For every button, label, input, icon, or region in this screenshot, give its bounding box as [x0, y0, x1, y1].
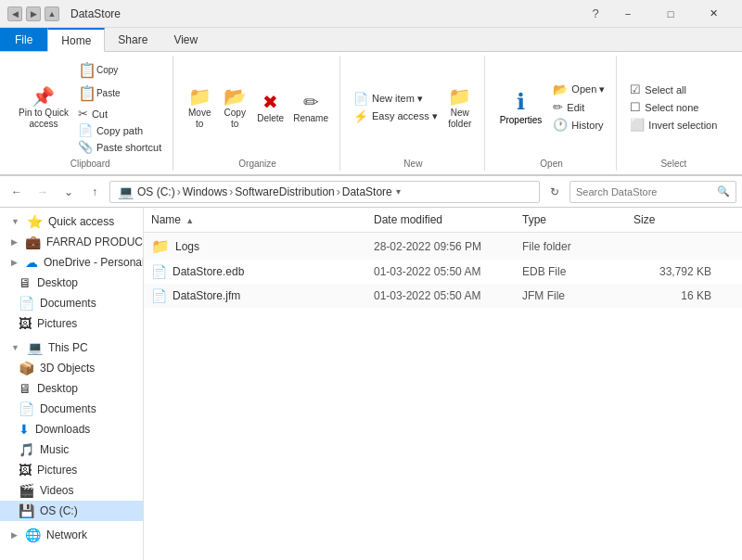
move-to-button[interactable]: 📁 Moveto — [183, 83, 216, 132]
back-button[interactable]: ← — [6, 181, 28, 203]
new-folder-button[interactable]: 📁 Newfolder — [443, 83, 477, 132]
window-controls: − □ ✕ — [607, 0, 735, 28]
tab-home[interactable]: Home — [47, 28, 105, 52]
invert-selection-button[interactable]: ⬜ Invert selection — [626, 117, 721, 133]
desktop-cloud-label: Desktop — [37, 276, 78, 289]
pin-to-quick-access-button[interactable]: 📌 Pin to Quickaccess — [15, 83, 72, 132]
properties-button[interactable]: ℹ Properties — [494, 85, 548, 129]
invert-icon: ⬜ — [630, 118, 645, 132]
sidebar-item-downloads[interactable]: ⬇ Downloads — [0, 419, 143, 439]
select-all-label: Select all — [645, 84, 686, 95]
sidebar-item-desktop-cloud[interactable]: 🖥 Desktop — [0, 273, 143, 293]
table-row[interactable]: 📄 DataStore.edb 01-03-2022 05:50 AM EDB … — [144, 260, 742, 284]
table-row[interactable]: 📄 DataStore.jfm 01-03-2022 05:50 AM JFM … — [144, 284, 742, 308]
help-button[interactable]: ? — [584, 3, 607, 25]
history-label: History — [571, 120, 603, 131]
open-group: ℹ Properties 📂 Open ▾ ✏ Edit 🕐 History — [487, 56, 618, 171]
col-type[interactable]: Type — [515, 211, 626, 228]
file-name-edb: 📄 DataStore.edb — [144, 262, 366, 281]
up-icon: ▲ — [45, 6, 59, 21]
edit-button[interactable]: ✏ Edit — [549, 99, 608, 115]
refresh-button[interactable]: ↻ — [544, 181, 566, 203]
farrad-label: FARRAD PRODUCTION — [46, 235, 144, 248]
col-size[interactable]: Size — [626, 211, 719, 228]
sidebar-item-pictures-cloud[interactable]: 🖼 Pictures — [0, 313, 143, 334]
music-label: Music — [40, 443, 69, 456]
file-name-jfm-label: DataStore.jfm — [173, 289, 240, 302]
select-all-button[interactable]: ☑ Select all — [626, 82, 721, 97]
search-input[interactable] — [576, 186, 717, 197]
new-item-button[interactable]: 📄 New item ▾ — [350, 91, 441, 107]
open-button[interactable]: 📂 Open ▾ — [549, 82, 608, 97]
sidebar-item-documents-cloud[interactable]: 📄 Documents — [0, 293, 143, 313]
new-group: 📄 New item ▾ ⚡ Easy access ▾ 📁 Newfolder… — [342, 56, 485, 171]
new-group-content: 📄 New item ▾ ⚡ Easy access ▾ 📁 Newfolder — [350, 57, 477, 157]
this-pc-icon: 💻 — [27, 340, 43, 355]
path-sep-3: › — [337, 185, 340, 198]
new-folder-label: Newfolder — [448, 108, 471, 130]
recent-button[interactable]: ⌄ — [58, 181, 80, 203]
address-dropdown-icon[interactable]: ▾ — [396, 186, 401, 197]
ribbon-tabs: File Home Share View — [0, 28, 742, 52]
copy-path-label: Copy path — [96, 125, 143, 136]
table-row[interactable]: 📁 Logs 28-02-2022 09:56 PM File folder — [144, 233, 742, 260]
sidebar-item-3d-objects[interactable]: 📦 3D Objects — [0, 358, 143, 378]
col-date-label: Date modified — [374, 213, 442, 226]
cut-button[interactable]: ✂ Cut — [74, 106, 165, 121]
sidebar-item-os-c[interactable]: 💾 OS (C:) — [0, 501, 143, 521]
edb-icon: 📄 — [151, 264, 167, 279]
sidebar-item-music[interactable]: 🎵 Music — [0, 439, 143, 460]
invert-label: Invert selection — [648, 120, 717, 131]
tab-file[interactable]: File — [0, 28, 47, 51]
col-type-label: Type — [522, 213, 546, 226]
file-name-edb-label: DataStore.edb — [173, 265, 244, 278]
sidebar-item-videos[interactable]: 🎬 Videos — [0, 480, 143, 501]
rename-button[interactable]: ✏ Rename — [289, 89, 332, 126]
search-box[interactable]: 🔍 — [569, 181, 736, 203]
move-label: Moveto — [188, 108, 211, 130]
paste-shortcut-button[interactable]: 📎 Paste shortcut — [74, 139, 165, 155]
forward-icon: ▶ — [26, 6, 41, 21]
copy-to-icon: 📂 — [224, 85, 247, 108]
maximize-button[interactable]: □ — [649, 0, 692, 28]
tab-share[interactable]: Share — [105, 28, 160, 51]
history-button[interactable]: 🕐 History — [549, 117, 608, 133]
sidebar-item-quick-access[interactable]: ▼ ⭐ Quick access — [0, 211, 143, 232]
videos-label: Videos — [40, 484, 73, 497]
open-label: Open — [540, 159, 562, 169]
col-name[interactable]: Name ▲ — [144, 211, 366, 228]
sidebar-item-pictures-pc[interactable]: 🖼 Pictures — [0, 460, 143, 480]
copy-button[interactable]: 📋 Copy — [74, 59, 165, 81]
sidebar-item-documents-pc[interactable]: 📄 Documents — [0, 399, 143, 419]
minimize-button[interactable]: − — [607, 0, 649, 28]
desktop-cloud-icon: 🖥 — [19, 275, 32, 290]
sidebar-item-desktop-pc[interactable]: 🖥 Desktop — [0, 378, 143, 399]
sidebar-item-farrad[interactable]: ▶ 💼 FARRAD PRODUCTION — [0, 232, 143, 252]
delete-label: Delete — [257, 113, 284, 124]
delete-button[interactable]: ✖ Delete — [253, 89, 288, 126]
sidebar-item-this-pc[interactable]: ▼ 💻 This PC — [0, 337, 143, 358]
copy-path-button[interactable]: 📄 Copy path — [74, 122, 165, 138]
history-icon: 🕐 — [553, 118, 568, 132]
open-label: Open ▾ — [571, 83, 605, 95]
sidebar-item-network[interactable]: ▶ 🌐 Network — [0, 525, 143, 545]
address-path[interactable]: 💻 OS (C:) › Windows › SoftwareDistributi… — [109, 181, 540, 203]
select-none-button[interactable]: ☐ Select none — [626, 99, 721, 115]
clipboard-small-buttons: ✂ Cut 📄 Copy path 📎 Paste shortcut — [74, 106, 165, 155]
col-date[interactable]: Date modified — [366, 211, 515, 228]
downloads-icon: ⬇ — [19, 422, 30, 437]
cut-label: Cut — [92, 108, 108, 120]
paste-button[interactable]: 📋 Paste — [74, 83, 165, 104]
open-group-content: ℹ Properties 📂 Open ▾ ✏ Edit 🕐 History — [494, 57, 609, 157]
close-button[interactable]: ✕ — [692, 0, 735, 28]
up-directory-button[interactable]: ↑ — [83, 181, 106, 203]
easy-access-button[interactable]: ⚡ Easy access ▾ — [350, 108, 441, 124]
tab-view[interactable]: View — [160, 28, 211, 51]
easy-access-icon: ⚡ — [353, 109, 368, 123]
forward-button[interactable]: → — [32, 181, 54, 203]
this-pc-arrow: ▼ — [11, 343, 19, 352]
pictures-pc-label: Pictures — [37, 464, 77, 477]
copy-to-button[interactable]: 📂 Copyto — [218, 83, 251, 132]
select-all-icon: ☑ — [630, 83, 641, 96]
sidebar-item-onedrive[interactable]: ▶ ☁ OneDrive - Personal — [0, 252, 143, 273]
